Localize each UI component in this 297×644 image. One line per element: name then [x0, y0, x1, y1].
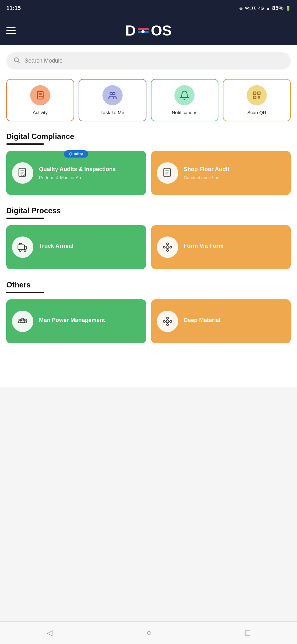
deep-material-icon — [157, 311, 178, 332]
wifi-icon: ▲ — [266, 6, 270, 11]
form-via-form-icon — [157, 236, 178, 258]
svg-rect-8 — [253, 92, 256, 94]
section-underline-3 — [6, 292, 44, 293]
shop-floor-title: Shop Floor Audit — [184, 166, 285, 173]
digital-compliance-header: Digital Compliance — [6, 132, 291, 145]
hamburger-menu[interactable] — [6, 27, 16, 34]
man-power-icon — [12, 311, 33, 332]
svg-rect-16 — [164, 168, 170, 177]
quality-audits-icon — [12, 162, 33, 184]
quality-audits-text: Quality Audits & Inspections Perform & M… — [39, 166, 140, 180]
search-bar[interactable] — [6, 52, 291, 69]
digital-compliance-grid: Quality Quality Audits & Inspections Per… — [6, 151, 291, 195]
digital-process-grid: Truck Arrival Form Via Form — [6, 225, 291, 269]
form-via-form-title: Form Via Form — [184, 242, 285, 250]
logo-os: OS — [151, 23, 172, 38]
status-time: 11:15 — [6, 5, 21, 12]
shop-floor-audit-card[interactable]: Shop Floor Audit Conduct audit ! an — [151, 151, 291, 195]
quick-card-scan[interactable]: Scan QR — [223, 79, 291, 121]
truck-arrival-card[interactable]: Truck Arrival — [6, 225, 146, 269]
activity-icon — [30, 85, 50, 105]
quick-card-task[interactable]: Task To Me — [79, 79, 146, 121]
svg-rect-20 — [18, 245, 25, 250]
quality-audits-desc: Perform & Monitor Au... — [39, 175, 140, 180]
svg-point-21 — [19, 250, 21, 252]
svg-point-35 — [166, 320, 169, 323]
quality-badge: Quality — [64, 150, 88, 158]
signal-icon: 4G — [258, 6, 264, 11]
man-power-card[interactable]: Man Power Management — [6, 299, 146, 343]
battery-icon: 🔋 — [285, 6, 291, 11]
svg-line-1 — [18, 61, 19, 63]
digital-process-header: Digital Process — [6, 206, 291, 219]
svg-point-22 — [24, 250, 26, 252]
svg-point-7 — [113, 92, 115, 95]
status-icons: ⊕ VoLTE 4G ▲ 85% 🔋 — [239, 5, 291, 12]
scan-icon — [247, 85, 267, 105]
logo-d: D — [125, 23, 136, 38]
shop-floor-text: Shop Floor Audit Conduct audit ! an — [184, 166, 285, 180]
others-grid: Man Power Management Deep Materi — [6, 299, 291, 343]
notifications-label: Notifications — [172, 110, 198, 115]
back-button[interactable]: ◁ — [47, 628, 53, 638]
quality-audits-title: Quality Audits & Inspections — [39, 166, 140, 173]
deep-material-title: Deep Material — [184, 317, 285, 324]
others-title: Others — [6, 280, 291, 289]
svg-point-23 — [166, 246, 169, 249]
scan-label: Scan QR — [247, 110, 267, 115]
task-icon — [102, 85, 123, 105]
section-underline-2 — [6, 218, 44, 219]
truck-arrival-title: Truck Arrival — [39, 242, 140, 250]
search-input[interactable] — [25, 58, 284, 64]
svg-rect-10 — [253, 96, 256, 99]
quick-card-notifications[interactable]: Notifications — [151, 79, 219, 121]
app-logo: D OS — [125, 23, 172, 38]
man-power-text: Man Power Management — [39, 317, 140, 326]
notification-icon — [174, 85, 195, 105]
svg-rect-12 — [19, 168, 25, 177]
form-via-form-card[interactable]: Form Via Form — [151, 225, 291, 269]
search-icon — [13, 57, 20, 65]
shop-floor-desc: Conduct audit ! an — [184, 175, 285, 180]
quick-cards-grid: Activity Task To Me Notif — [6, 79, 291, 121]
deep-material-text: Deep Material — [184, 317, 285, 326]
main-content: Activity Task To Me Notif — [0, 45, 297, 387]
quick-card-activity[interactable]: Activity — [6, 79, 74, 121]
man-power-title: Man Power Management — [39, 317, 140, 324]
app-header: D OS — [0, 16, 297, 45]
truck-arrival-text: Truck Arrival — [39, 242, 140, 252]
bottom-nav: ◁ ○ □ — [0, 621, 297, 644]
activity-label: Activity — [33, 110, 48, 115]
home-button[interactable]: ○ — [147, 628, 152, 638]
truck-arrival-icon — [12, 236, 33, 258]
others-header: Others — [6, 280, 291, 293]
digital-process-title: Digital Process — [6, 206, 291, 215]
target-icon: ⊕ — [239, 6, 243, 11]
volte-icon: VoLTE — [245, 6, 256, 10]
logo-dash — [138, 28, 149, 33]
svg-point-11 — [258, 97, 260, 98]
task-label: Task To Me — [101, 110, 124, 115]
section-underline-1 — [6, 143, 44, 145]
quality-audits-card[interactable]: Quality Quality Audits & Inspections Per… — [6, 151, 146, 195]
digital-compliance-title: Digital Compliance — [6, 132, 291, 141]
recent-button[interactable]: □ — [245, 628, 250, 638]
shop-floor-icon — [157, 162, 178, 184]
battery-text: 85% — [272, 5, 283, 12]
deep-material-card[interactable]: Deep Material — [151, 299, 291, 343]
form-via-form-text: Form Via Form — [184, 242, 285, 252]
status-bar: 11:15 ⊕ VoLTE 4G ▲ 85% 🔋 — [0, 0, 297, 16]
svg-rect-9 — [258, 92, 260, 94]
